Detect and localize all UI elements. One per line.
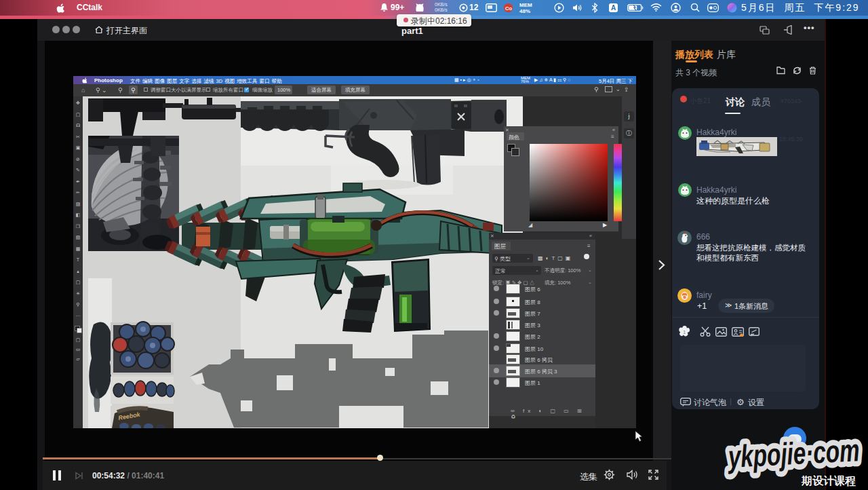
svg-text:Co: Co: [505, 5, 512, 12]
svg-text:ykpojie·com: ykpojie·com: [726, 432, 861, 474]
svg-text:1: 1: [683, 329, 686, 335]
svg-text:期设计课程: 期设计课程: [801, 474, 856, 487]
